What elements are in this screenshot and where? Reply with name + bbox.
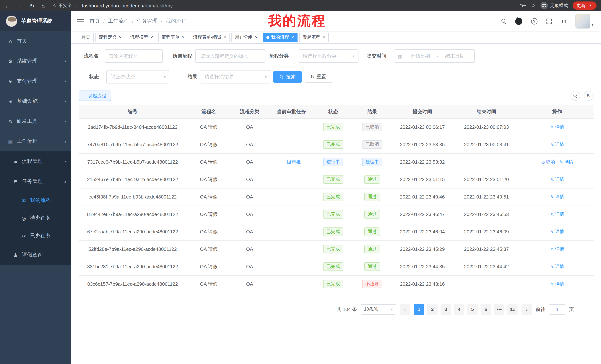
breadcrumb-item[interactable]: 工作流程: [108, 18, 129, 25]
tab-process-definition[interactable]: 流程定义×: [95, 32, 125, 42]
key-icon[interactable]: [520, 4, 526, 7]
breadcrumb-item[interactable]: 首页: [90, 18, 100, 25]
tab-label: 我的流程: [271, 34, 289, 40]
back-icon[interactable]: ←: [4, 3, 10, 8]
more-pages-button[interactable]: •••: [494, 304, 504, 315]
incognito-badge: 无痕模式: [541, 2, 568, 9]
close-icon[interactable]: ×: [255, 35, 258, 40]
sidebar-item-home[interactable]: ⌂首页: [0, 31, 71, 51]
sidebar-item-task-manage[interactable]: ⚑任务管理▴: [0, 172, 71, 192]
filter-row-2: 状态 请选择状态 ▾ 结果 请选择流结果 ▾ 搜索 ↻: [79, 70, 594, 84]
detail-button[interactable]: ✎详情: [550, 229, 564, 235]
bookmark-star-icon[interactable]: ☆: [531, 3, 536, 9]
cell-submit-time: 2022-01-22 23:46:04: [393, 223, 452, 240]
tab-home[interactable]: 首页: [78, 32, 94, 42]
page-button-3[interactable]: 3: [441, 304, 451, 315]
page-button-2[interactable]: 2: [427, 304, 438, 315]
detail-button[interactable]: ✎详情: [550, 281, 564, 287]
github-icon[interactable]: [515, 18, 522, 25]
close-icon[interactable]: ×: [224, 35, 226, 40]
browser-home-icon[interactable]: ⌂: [41, 3, 45, 8]
cancel-button[interactable]: ⊘取消: [541, 159, 555, 165]
process-def-input[interactable]: [195, 49, 266, 63]
tab-my-process[interactable]: 我的流程×: [263, 32, 297, 42]
tab-start-process[interactable]: 发起流程×: [299, 32, 329, 42]
category-select[interactable]: 请选择流程分类 ▾: [298, 49, 359, 63]
next-page-button[interactable]: ›: [521, 304, 532, 315]
sidebar-item-system-manage[interactable]: ⚙系统管理▾: [0, 51, 71, 71]
detail-button[interactable]: ✎详情: [550, 124, 564, 130]
tab-process-form-edit[interactable]: 流程表单-编辑×: [190, 32, 230, 42]
result-tag: 通过: [364, 210, 380, 219]
fullscreen-icon[interactable]: [546, 18, 552, 24]
submit-time-label: 提交时间: [367, 53, 387, 59]
close-icon[interactable]: ×: [323, 35, 325, 40]
detail-button[interactable]: ✎详情: [559, 159, 573, 165]
sidebar-item-dev-tools[interactable]: ✎研发工具▾: [0, 111, 71, 131]
tab-user-group[interactable]: 用户分组×: [232, 32, 261, 42]
sidebar-item-infrastructure[interactable]: ⊞基础设施▾: [0, 91, 71, 111]
result-select[interactable]: 请选择流结果 ▾: [200, 70, 270, 84]
hamburger-button[interactable]: [71, 11, 90, 31]
sidebar-item-process-manage[interactable]: ≡流程管理▾: [0, 151, 71, 172]
sidebar-item-todo-task[interactable]: ◎待办任务: [0, 209, 71, 227]
tab-process-model[interactable]: 流程模型×: [127, 32, 156, 42]
close-icon[interactable]: ×: [150, 35, 153, 40]
cell-process-name: OA 请假: [186, 153, 231, 171]
submit-time-range-picker[interactable]: ▦ 开始日期 - 结束日期: [394, 49, 475, 63]
help-icon[interactable]: ?: [531, 18, 537, 24]
browser-menu-icon[interactable]: ⋮: [588, 3, 593, 8]
search-button[interactable]: 搜索: [273, 71, 302, 83]
detail-button[interactable]: ✎详情: [550, 176, 564, 182]
toggle-search-button[interactable]: [571, 91, 580, 101]
cell-submit-time: 2022-01-22 23:44:35: [393, 258, 452, 275]
create-process-button[interactable]: + 发起流程: [79, 91, 111, 101]
reload-icon[interactable]: ↻: [30, 3, 34, 8]
table-row: 331bc281-7b9a-11ec-a290-acde48001122OA 请…: [79, 258, 594, 275]
tab-label: 流程定义: [99, 34, 117, 40]
page-button-4[interactable]: 4: [454, 304, 464, 315]
url-text: dashboard.yudao.iocoder.cn/bpm/task/my: [80, 3, 173, 8]
address-bar[interactable]: ⚠ 不安全 | dashboard.yudao.iocoder.cn/bpm/t…: [52, 2, 173, 9]
tab-process-form[interactable]: 流程表单×: [158, 32, 188, 42]
status-placeholder: 请选择状态: [111, 74, 135, 80]
page-button-6[interactable]: 6: [481, 304, 491, 315]
close-icon[interactable]: ×: [182, 35, 184, 40]
detail-button[interactable]: ✎详情: [550, 263, 564, 270]
browser-nav-buttons: ← → ↻ ⌂: [4, 3, 45, 8]
cell-current-task: [268, 136, 315, 153]
font-size-icon[interactable]: TT: [561, 18, 566, 24]
detail-button[interactable]: ✎详情: [550, 194, 564, 200]
process-name-input[interactable]: [104, 49, 163, 63]
detail-button[interactable]: ✎详情: [550, 211, 564, 217]
chevron-down-icon: ▾: [164, 75, 166, 79]
page-button-5[interactable]: 5: [467, 304, 478, 315]
page-size-select[interactable]: 10条/页▾: [361, 304, 396, 315]
search-icon[interactable]: [501, 19, 506, 24]
sidebar-item-workflow[interactable]: ▤工作流程▴: [0, 131, 71, 151]
detail-button[interactable]: ✎详情: [550, 246, 564, 252]
breadcrumb-item[interactable]: 任务管理: [137, 18, 158, 25]
status-tag: 已完成: [323, 123, 343, 131]
sidebar-item-my-process[interactable]: ✉我的流程: [0, 192, 71, 209]
sidebar-item-payment-manage[interactable]: ¥支付管理▾: [0, 71, 71, 91]
sidebar-item-done-task[interactable]: ✂已办任务: [0, 227, 71, 245]
page-button-1[interactable]: 1: [414, 304, 424, 315]
close-icon[interactable]: ×: [119, 35, 122, 40]
close-icon[interactable]: ×: [291, 35, 294, 40]
prev-page-button[interactable]: ‹: [400, 304, 410, 315]
gear-icon: ⚙: [7, 58, 13, 64]
sidebar-item-leave-query[interactable]: ♟请假查询: [0, 245, 71, 265]
user-menu[interactable]: ▾: [575, 14, 594, 29]
page-button-11[interactable]: 11: [507, 304, 518, 315]
detail-button[interactable]: ✎详情: [550, 141, 564, 148]
result-tag: 通过: [364, 175, 380, 184]
current-task-link[interactable]: 一级审批: [282, 159, 301, 164]
status-select[interactable]: 请选择状态 ▾: [106, 70, 169, 84]
logo-row[interactable]: 芋道管理系统: [0, 11, 71, 31]
reset-button[interactable]: ↻ 重置: [305, 71, 332, 83]
forward-icon[interactable]: →: [17, 3, 23, 8]
browser-update-button[interactable]: 更新 ⋮: [573, 1, 597, 10]
goto-page-input[interactable]: [549, 304, 565, 315]
refresh-table-button[interactable]: ↻: [584, 91, 594, 101]
